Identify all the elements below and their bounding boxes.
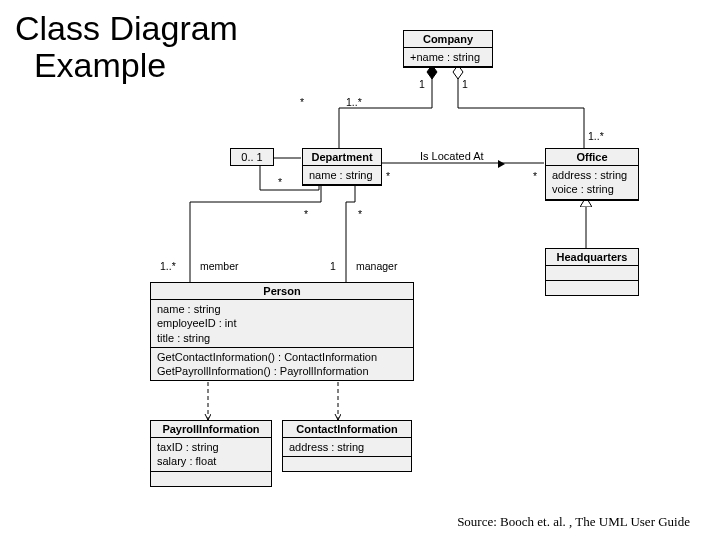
- title: Class Diagram Example: [15, 10, 238, 85]
- class-company: Company +name : string: [403, 30, 493, 68]
- person-op-1: GetPayrollInformation() : PayrollInforma…: [157, 364, 407, 378]
- title-line1: Class Diagram: [15, 9, 238, 47]
- mult-company-office-1: 1: [462, 78, 468, 90]
- mult-company-office-1star: 1..*: [588, 130, 604, 142]
- class-office: Office address : string voice : string: [545, 148, 639, 201]
- class-headquarters-name: Headquarters: [546, 249, 638, 266]
- office-attr-0: address : string: [552, 168, 632, 182]
- mult-dept-office-left: *: [386, 170, 390, 182]
- role-member: member: [200, 260, 239, 272]
- self-mult-box: 0.. 1: [230, 148, 274, 166]
- mult-manager-top: *: [358, 208, 362, 220]
- class-person: Person name : string employeeID : int ti…: [150, 282, 414, 381]
- class-department-name: Department: [303, 149, 381, 166]
- mult-dept-self-parent: 0.. 1: [241, 151, 262, 163]
- company-attr-0: +name : string: [410, 50, 486, 64]
- class-payroll: PayrollInformation taxID : string salary…: [150, 420, 272, 487]
- class-department: Department name : string: [302, 148, 382, 186]
- class-payroll-name: PayrollInformation: [151, 421, 271, 438]
- class-headquarters: Headquarters: [545, 248, 639, 296]
- mult-company-dept-1: 1: [419, 78, 425, 90]
- payroll-attr-1: salary : float: [157, 454, 265, 468]
- person-attr-2: title : string: [157, 331, 407, 345]
- contact-attr-0: address : string: [289, 440, 405, 454]
- source-citation: Source: Booch et. al. , The UML User Gui…: [457, 514, 690, 530]
- mult-member-top: *: [304, 208, 308, 220]
- mult-company-dept-1star: 1..*: [346, 96, 362, 108]
- class-office-name: Office: [546, 149, 638, 166]
- person-attr-0: name : string: [157, 302, 407, 316]
- class-person-name: Person: [151, 283, 413, 300]
- role-manager: manager: [356, 260, 397, 272]
- class-contact-name: ContactInformation: [283, 421, 411, 438]
- mult-company-dept-star: *: [300, 96, 304, 108]
- person-op-0: GetContactInformation() : ContactInforma…: [157, 350, 407, 364]
- title-line2: Example: [34, 46, 166, 84]
- mult-dept-self-star: *: [278, 176, 282, 188]
- mult-manager-bot: 1: [330, 260, 336, 272]
- class-company-name: Company: [404, 31, 492, 48]
- assoc-located: Is Located At: [420, 150, 484, 162]
- class-contact: ContactInformation address : string: [282, 420, 412, 472]
- person-attr-1: employeeID : int: [157, 316, 407, 330]
- mult-dept-office-right: *: [533, 170, 537, 182]
- payroll-attr-0: taxID : string: [157, 440, 265, 454]
- department-attr-0: name : string: [309, 168, 375, 182]
- mult-member-bot: 1..*: [160, 260, 176, 272]
- office-attr-1: voice : string: [552, 182, 632, 196]
